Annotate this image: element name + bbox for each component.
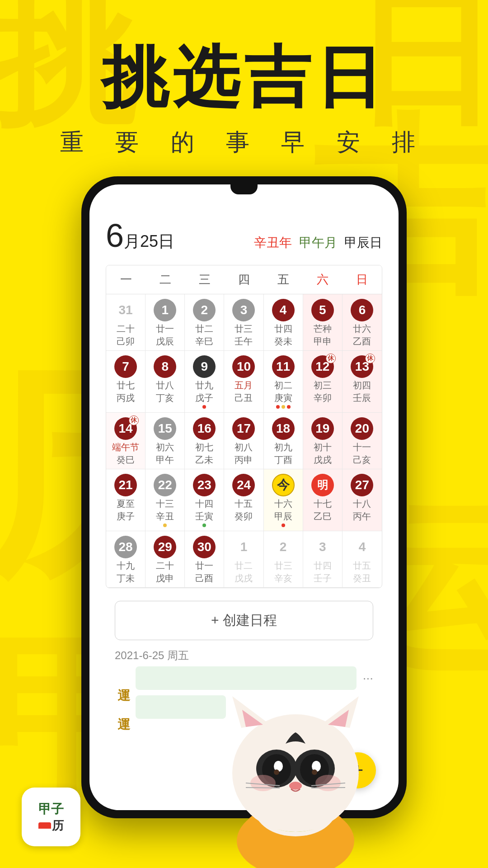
weekday-thu: 四 xyxy=(224,265,263,294)
table-row-today[interactable]: 今 十六 甲辰 xyxy=(264,469,303,531)
lunar-day: 甲辰日 xyxy=(344,234,382,251)
table-row[interactable]: 17 初八 丙申 xyxy=(224,413,263,469)
app-logo: 甲子 历 xyxy=(22,788,80,846)
table-row[interactable]: 22 十三 辛丑 xyxy=(145,469,185,531)
table-row[interactable]: 4 廿四 癸未 xyxy=(264,294,303,351)
date-display: 6月25日 xyxy=(106,217,174,254)
table-row[interactable]: 29 二十 戊申 xyxy=(145,531,185,588)
weekday-mon: 一 xyxy=(106,265,145,294)
table-row[interactable]: 3 廿四 壬子 xyxy=(303,531,343,588)
day-number: 6月25日 xyxy=(106,217,174,254)
svg-line-22 xyxy=(246,788,280,788)
weekday-fri: 五 xyxy=(264,265,303,294)
table-row[interactable]: 5 芒种 甲申 xyxy=(303,294,343,351)
table-row-tomorrow[interactable]: 明 十七 乙巳 xyxy=(303,469,343,531)
table-row[interactable]: 31 二十 己卯 xyxy=(106,294,145,351)
table-row[interactable]: 1 廿二 戊戌 xyxy=(224,531,263,588)
table-row[interactable]: 14 休 端午节 癸巳 xyxy=(106,413,145,469)
weekday-sat: 六 xyxy=(303,265,343,294)
table-row[interactable]: 1 廿一 戊辰 xyxy=(145,294,185,351)
svg-point-16 xyxy=(274,769,279,775)
table-row[interactable]: 23 十四 壬寅 xyxy=(185,469,224,531)
sub-title: 重 要 的 事 早 安 排 xyxy=(0,127,488,158)
table-row[interactable]: 2 廿二 辛巳 xyxy=(185,294,224,351)
table-row[interactable]: 24 十五 癸卯 xyxy=(224,469,263,531)
table-row[interactable]: 18 初九 丁酉 xyxy=(264,413,303,469)
table-row[interactable]: 27 十八 丙午 xyxy=(343,469,382,531)
lunar-year: 辛丑年 xyxy=(254,234,292,251)
table-row[interactable]: 15 初六 甲午 xyxy=(145,413,185,469)
table-row[interactable]: 21 夏至 庚子 xyxy=(106,469,145,531)
table-row[interactable]: 20 十一 己亥 xyxy=(343,413,382,469)
weekday-wed: 三 xyxy=(185,265,224,294)
table-row[interactable]: 10 五月 己丑 xyxy=(224,351,263,413)
weekday-headers: 一 二 三 四 五 六 日 xyxy=(106,265,382,294)
table-row[interactable]: 6 廿六 乙酉 xyxy=(343,294,382,351)
calendar-header: 6月25日 辛丑年 甲午月 甲辰日 xyxy=(106,217,382,254)
create-schedule-button[interactable]: + 创建日程 xyxy=(115,601,373,640)
table-row[interactable]: 7 廿七 丙戌 xyxy=(106,351,145,413)
table-row[interactable]: 8 廿八 丁亥 xyxy=(145,351,185,413)
table-row[interactable]: 13 休 初四 壬辰 xyxy=(343,351,382,413)
svg-point-17 xyxy=(312,769,317,775)
calendar-grid: 一 二 三 四 五 六 日 31 二十 己卯 xyxy=(106,265,382,588)
lunar-info: 辛丑年 甲午月 甲辰日 xyxy=(254,234,382,251)
phone-notch xyxy=(230,184,258,194)
table-row[interactable]: 2 廿三 辛亥 xyxy=(264,531,303,588)
main-title: 挑选吉日 xyxy=(0,41,488,114)
weekday-sun: 日 xyxy=(343,265,382,294)
cat-illustration xyxy=(210,660,381,868)
table-row[interactable]: 3 廿三 壬午 xyxy=(224,294,263,351)
table-row[interactable]: 12 休 初三 辛卯 xyxy=(303,351,343,413)
table-row[interactable]: 19 初十 戊戌 xyxy=(303,413,343,469)
calendar-body: 31 二十 己卯 1 廿一 戊辰 2 廿二 辛巳 xyxy=(106,294,382,588)
lunar-month: 甲午月 xyxy=(299,234,337,251)
table-row[interactable]: 4 廿五 癸丑 xyxy=(343,531,382,588)
table-row[interactable]: 28 十九 丁未 xyxy=(106,531,145,588)
weekday-tue: 二 xyxy=(145,265,185,294)
table-row[interactable]: 30 廿一 己酉 xyxy=(185,531,224,588)
table-row[interactable]: 16 初七 乙未 xyxy=(185,413,224,469)
table-row[interactable]: 11 初二 庚寅 xyxy=(264,351,303,413)
svg-point-19 xyxy=(250,775,276,791)
svg-line-24 xyxy=(311,788,345,788)
svg-point-18 xyxy=(289,782,302,790)
svg-point-20 xyxy=(315,775,341,791)
table-row[interactable]: 9 廿九 戊子 xyxy=(185,351,224,413)
